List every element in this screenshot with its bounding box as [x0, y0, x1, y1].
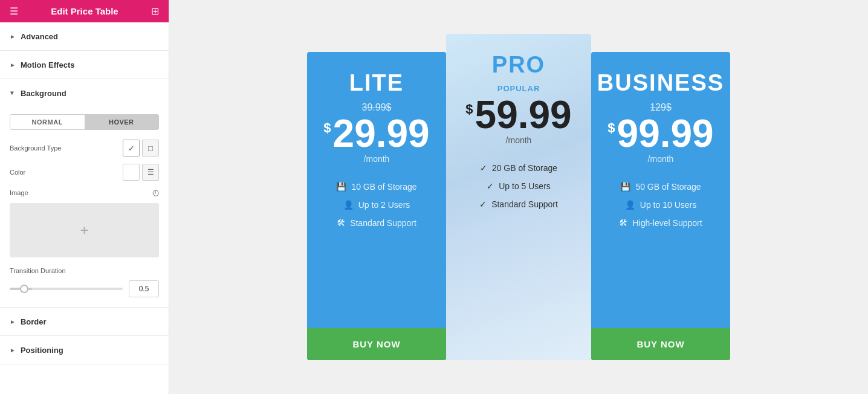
background-content: NORMAL HOVER Background Type ✓ □ Color ☰…: [0, 107, 169, 307]
chevron-icon: ►: [10, 347, 16, 354]
price-table: LITE 39.99$ $ 29.99 /month 💾 10 GB of St…: [307, 34, 730, 360]
type-btn-gradient[interactable]: □: [142, 140, 159, 157]
main-price-business: 99.99: [617, 114, 714, 153]
color-label: Color: [10, 169, 123, 176]
feature-support-pro: ✓ Standard Support: [458, 199, 579, 209]
panel-title: Edit Price Table: [51, 6, 118, 16]
price-row-lite: $ 29.99: [323, 114, 429, 153]
plus-icon: +: [80, 222, 88, 239]
border-label: Border: [21, 317, 47, 326]
card-footer-lite: BUY NOW: [307, 328, 446, 360]
feature-text: Standard Support: [350, 218, 416, 228]
price-card-business: BUSINESS 129$ $ 99.99 /month 💾 50 GB of …: [591, 52, 730, 360]
advanced-section: ► Advanced: [0, 22, 169, 51]
per-month-business: /month: [648, 154, 674, 164]
image-upload[interactable]: +: [10, 203, 159, 257]
bg-tabs: NORMAL HOVER: [10, 114, 159, 130]
feature-text: 20 GB of Storage: [492, 163, 557, 173]
advanced-label: Advanced: [21, 32, 58, 41]
features-business: 💾 50 GB of Storage 👤 Up to 10 Users 🛠 Hi…: [603, 182, 718, 228]
advanced-header[interactable]: ► Advanced: [0, 22, 169, 50]
feature-text: 10 GB of Storage: [351, 182, 416, 192]
check-icon: ✓: [487, 181, 494, 191]
transition-section: Transition Duration 0.5: [10, 267, 159, 297]
buy-btn-lite[interactable]: BUY NOW: [307, 328, 446, 360]
border-header[interactable]: ► Border: [0, 308, 169, 335]
background-section: ► Background NORMAL HOVER Background Typ…: [0, 79, 169, 308]
border-section: ► Border: [0, 308, 169, 336]
dollar-lite: $: [323, 120, 331, 136]
user-icon: 👤: [343, 200, 354, 210]
card-title-business: BUSINESS: [597, 70, 724, 96]
card-body-business: BUSINESS 129$ $ 99.99 /month 💾 50 GB of …: [591, 52, 730, 328]
type-btn-classic[interactable]: ✓: [123, 140, 140, 157]
support-icon: 🛠: [619, 218, 627, 228]
feature-storage-pro: ✓ 20 GB of Storage: [458, 163, 579, 173]
color-swatch[interactable]: [123, 164, 140, 181]
slider-row: 0.5: [10, 280, 159, 297]
main-price-lite: 29.99: [333, 114, 430, 153]
chevron-icon: ►: [10, 318, 16, 325]
background-label: Background: [21, 89, 66, 98]
price-card-pro: PRO POPULAR $ 59.99 /month ✓ 20 GB of St…: [446, 34, 591, 360]
per-month-lite: /month: [364, 154, 390, 164]
color-row: Color ☰: [10, 164, 159, 181]
card-title-lite: LITE: [349, 70, 404, 96]
image-label: Image: [10, 189, 152, 196]
transition-label: Transition Duration: [10, 267, 159, 274]
background-header[interactable]: ► Background: [0, 79, 169, 107]
motion-effects-section: ► Motion Effects: [0, 51, 169, 79]
feature-storage-lite: 💾 10 GB of Storage: [319, 182, 434, 192]
feature-text: Up to 5 Users: [499, 181, 551, 191]
pro-card-content: PRO POPULAR $ 59.99 /month ✓ 20 GB of St…: [446, 34, 591, 328]
dollar-business: $: [607, 120, 615, 136]
tab-hover[interactable]: HOVER: [85, 115, 159, 129]
feature-users-pro: ✓ Up to 5 Users: [458, 181, 579, 191]
feature-text: Standard Support: [491, 199, 558, 209]
motion-effects-header[interactable]: ► Motion Effects: [0, 51, 169, 79]
dollar-pro: $: [465, 102, 473, 117]
popular-badge: POPULAR: [497, 84, 540, 93]
card-footer-business: BUY NOW: [591, 328, 730, 360]
positioning-section: ► Positioning: [0, 336, 169, 364]
price-card-lite: LITE 39.99$ $ 29.99 /month 💾 10 GB of St…: [307, 52, 446, 360]
hamburger-icon[interactable]: ☰: [10, 5, 18, 17]
check-icon: ✓: [480, 163, 487, 173]
bg-type-row: Background Type ✓ □: [10, 140, 159, 157]
feature-text: 50 GB of Storage: [635, 182, 701, 192]
chevron-icon: ►: [10, 33, 16, 40]
card-title-pro: PRO: [492, 52, 545, 78]
buy-btn-business[interactable]: BUY NOW: [591, 328, 730, 360]
price-row-business: $ 99.99: [607, 114, 713, 153]
transition-value-input[interactable]: 0.5: [129, 280, 159, 297]
price-row-pro: $ 59.99: [465, 95, 571, 134]
support-icon: 🛠: [337, 218, 345, 228]
storage-icon: 💾: [336, 182, 346, 192]
color-picker-btn[interactable]: ☰: [142, 164, 159, 181]
feature-storage-business: 💾 50 GB of Storage: [603, 182, 718, 192]
image-row: Image ◴: [10, 188, 159, 197]
check-icon: ✓: [479, 199, 487, 209]
positioning-header[interactable]: ► Positioning: [0, 336, 169, 364]
feature-support-lite: 🛠 Standard Support: [319, 218, 434, 228]
panel-header: ☰ Edit Price Table ⊞: [0, 0, 169, 22]
chevron-icon: ►: [10, 62, 16, 68]
motion-effects-label: Motion Effects: [21, 60, 75, 69]
feature-users-lite: 👤 Up to 2 Users: [319, 200, 434, 210]
transition-slider[interactable]: [10, 288, 123, 290]
type-btns: ✓ □: [123, 140, 159, 157]
left-panel: ☰ Edit Price Table ⊞ ► Advanced ► Motion…: [0, 0, 169, 394]
right-content: LITE 39.99$ $ 29.99 /month 💾 10 GB of St…: [169, 0, 868, 394]
positioning-label: Positioning: [21, 346, 63, 355]
features-pro: ✓ 20 GB of Storage ✓ Up to 5 Users ✓ Sta…: [458, 163, 579, 209]
feature-users-business: 👤 Up to 10 Users: [603, 200, 718, 210]
user-icon: 👤: [625, 200, 635, 210]
feature-text: Up to 10 Users: [640, 200, 696, 210]
bg-type-label: Background Type: [10, 144, 123, 152]
feature-text: Up to 2 Users: [358, 200, 410, 210]
grid-icon[interactable]: ⊞: [151, 5, 159, 17]
feature-support-business: 🛠 High-level Support: [603, 218, 718, 228]
card-body-lite: LITE 39.99$ $ 29.99 /month 💾 10 GB of St…: [307, 52, 446, 328]
tab-normal[interactable]: NORMAL: [10, 115, 85, 129]
main-price-pro: 59.99: [475, 95, 572, 134]
